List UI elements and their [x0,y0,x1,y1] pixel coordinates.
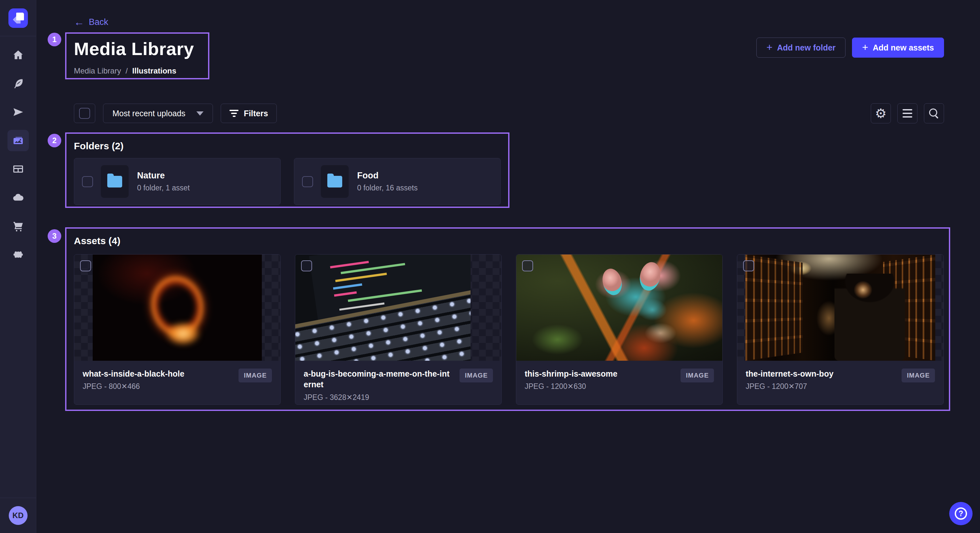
mantis-shrimp-photo[interactable] [516,254,722,361]
asset-list: what-s-inside-a-black-hole JPEG - 800✕46… [74,254,944,405]
asset-card-bug-meme[interactable]: a-bug-is-becoming-a-meme-on-the-internet… [295,254,502,405]
folder-checkbox[interactable] [302,176,313,187]
sidebar-nav [0,36,36,269]
help-button[interactable]: ? [949,502,972,525]
filters-label: Filters [244,109,268,118]
sidebar-item-marketplace[interactable] [0,212,36,240]
folder-icon [327,176,342,187]
back-label: Back [89,17,108,27]
assets-section: Assets (4) what-s-inside-a-black-hole JP… [74,235,944,405]
feather-icon [12,78,24,90]
active-nav-highlight [8,130,29,151]
sidebar-item-releases[interactable] [0,98,36,126]
page-title: Media Library [74,38,194,59]
asset-text: a-bug-is-becoming-a-meme-on-the-internet… [304,368,454,402]
asset-footer: this-shrimp-is-awesome JPEG - 1200✕630 I… [516,361,722,405]
asset-card-black-hole[interactable]: what-s-inside-a-black-hole JPEG - 800✕46… [74,254,281,405]
asset-type-badge: IMAGE [902,368,935,382]
asset-thumbnail[interactable] [516,254,722,361]
black-hole-photo[interactable] [93,254,262,361]
asset-checkbox[interactable] [80,260,91,271]
asset-footer: the-internet-s-own-boy JPEG - 1200✕707 I… [737,361,943,405]
settings-button[interactable]: ⚙ [871,103,891,124]
sidebar-item-home[interactable] [0,41,36,69]
folder-icon-wrap [321,165,349,198]
folder-meta: 0 folder, 16 assets [357,184,418,192]
folder-meta: 0 folder, 1 asset [137,184,189,192]
paper-plane-icon [12,106,24,118]
search-button[interactable] [924,103,944,124]
select-all-checkbox-wrap[interactable] [74,104,95,123]
folder-card-nature[interactable]: Nature 0 folder, 1 asset [74,158,281,205]
asset-checkbox[interactable] [301,260,312,271]
add-new-assets-button[interactable]: + Add new assets [852,38,944,58]
sidebar: KD [0,0,36,533]
arrow-left-icon: ← [74,17,84,27]
filters-button[interactable]: Filters [221,104,277,123]
chevron-down-icon [196,111,204,116]
strapi-logo-icon [8,8,28,28]
title-block: Media Library Media Library / Illustrati… [74,38,194,75]
cart-icon [12,220,24,232]
app-logo[interactable] [0,0,36,36]
man-in-library-photo[interactable] [745,254,935,361]
folder-name[interactable]: Nature [137,171,189,181]
asset-type-badge: IMAGE [460,368,493,382]
asset-thumbnail[interactable] [74,254,280,361]
sidebar-item-settings[interactable] [0,240,36,269]
asset-text: the-internet-s-own-boy JPEG - 1200✕707 [746,368,896,391]
asset-type-badge: IMAGE [239,368,272,382]
asset-footer: a-bug-is-becoming-a-meme-on-the-internet… [295,361,501,405]
asset-checkbox[interactable] [522,260,533,271]
folders-section: Folders (2) Nature 0 folder, 1 asset Foo… [74,141,501,205]
folder-checkbox[interactable] [82,176,93,187]
folders-heading: Folders (2) [74,141,501,152]
asset-thumbnail[interactable] [737,254,943,361]
search-icon [929,108,939,118]
add-new-assets-label: Add new assets [873,43,934,52]
asset-meta: JPEG - 1200✕630 [525,382,675,391]
question-mark-icon: ? [955,508,967,520]
back-link[interactable]: ← Back [74,17,108,27]
select-all-checkbox[interactable] [79,108,90,119]
asset-name: a-bug-is-becoming-a-meme-on-the-internet [304,368,454,390]
breadcrumb-separator: / [126,67,128,75]
sidebar-item-media-library[interactable] [0,126,36,155]
asset-text: what-s-inside-a-black-hole JPEG - 800✕46… [83,368,233,391]
asset-type-badge: IMAGE [681,368,714,382]
sidebar-item-content-type-builder[interactable] [0,155,36,183]
layout-icon [12,163,24,175]
filter-icon [229,110,239,117]
gear-icon [12,248,24,261]
asset-card-shrimp[interactable]: this-shrimp-is-awesome JPEG - 1200✕630 I… [516,254,723,405]
cloud-icon [12,191,24,204]
sidebar-item-deploy[interactable] [0,183,36,212]
avatar[interactable]: KD [9,506,27,525]
folder-text: Nature 0 folder, 1 asset [137,171,189,192]
list-icon [902,109,912,117]
laptop-code-photo[interactable] [295,254,471,361]
toolbar-view-controls: ⚙ [871,103,944,124]
folder-name[interactable]: Food [357,171,418,181]
asset-meta: JPEG - 800✕466 [83,382,233,391]
asset-card-internet-own-boy[interactable]: the-internet-s-own-boy JPEG - 1200✕707 I… [737,254,944,405]
strapi-logo-mark [13,13,24,24]
toolbar: Most recent uploads Filters ⚙ [74,104,944,123]
folder-card-food[interactable]: Food 0 folder, 16 assets [294,158,501,205]
asset-checkbox[interactable] [743,260,754,271]
plus-icon: + [767,42,773,52]
asset-name: the-internet-s-own-boy [746,368,896,379]
home-icon [12,49,24,61]
add-new-folder-label: Add new folder [777,43,836,52]
asset-footer: what-s-inside-a-black-hole JPEG - 800✕46… [74,361,280,405]
asset-name: what-s-inside-a-black-hole [83,368,233,379]
asset-thumbnail[interactable] [295,254,501,361]
breadcrumb-parent[interactable]: Media Library [74,67,121,75]
media-library-icon [12,134,24,147]
sidebar-item-content-manager[interactable] [0,69,36,98]
sidebar-footer: KD [0,498,36,533]
add-new-folder-button[interactable]: + Add new folder [756,38,845,58]
sort-select[interactable]: Most recent uploads [103,104,213,123]
list-view-button[interactable] [897,103,918,124]
asset-name: this-shrimp-is-awesome [525,368,675,379]
